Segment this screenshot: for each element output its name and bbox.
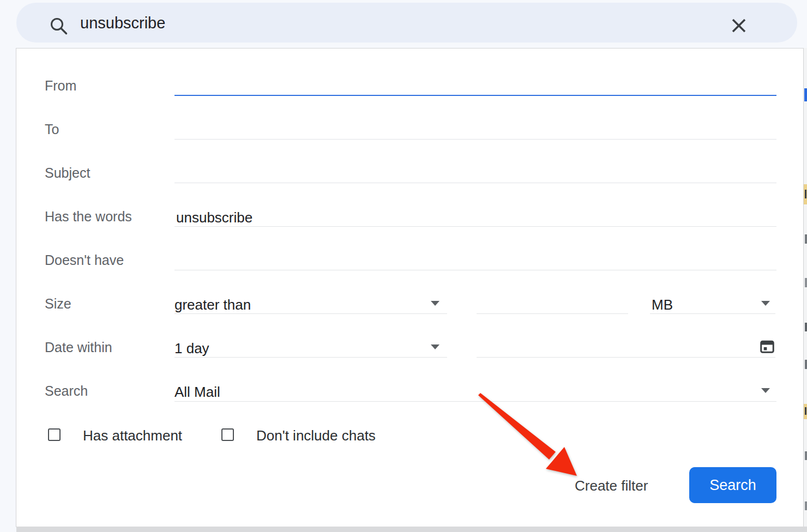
size-unit-value: MB — [652, 297, 673, 313]
calendar-icon[interactable] — [759, 338, 775, 356]
date-underline — [477, 357, 775, 358]
date-range-underline — [174, 357, 447, 358]
chevron-down-icon — [431, 301, 439, 306]
size-comparator-select[interactable]: greater than — [174, 292, 447, 315]
date-range-value: 1 day — [174, 340, 209, 357]
gmail-search-filter-page: From To Subject Has the words unsubscrib… — [0, 0, 807, 532]
date-within-label: Date within — [45, 340, 112, 355]
from-label: From — [45, 78, 76, 94]
search-scope-value: All Mail — [174, 384, 220, 401]
from-input[interactable] — [174, 76, 776, 96]
doesnt-have-input[interactable] — [174, 251, 776, 270]
to-label: To — [45, 122, 59, 137]
subject-label: Subject — [45, 165, 90, 181]
dont-include-chats-checkbox[interactable] — [221, 428, 234, 441]
search-scope-underline — [174, 401, 776, 402]
background-email-list-sliver — [804, 48, 807, 527]
create-filter-button[interactable]: Create filter — [567, 474, 655, 498]
doesnt-have-underline — [174, 270, 776, 270]
page-bottom-strip — [16, 527, 807, 532]
subject-input[interactable] — [174, 164, 776, 183]
search-scope-label: Search — [45, 383, 88, 399]
has-words-input[interactable]: unsubscribe — [176, 209, 252, 226]
has-attachment-label: Has attachment — [83, 427, 182, 444]
search-input[interactable] — [80, 12, 625, 34]
size-label: Size — [45, 296, 71, 312]
close-icon[interactable] — [730, 17, 748, 37]
search-bar — [16, 3, 797, 43]
search-scope-select[interactable]: All Mail — [174, 379, 776, 402]
chevron-down-icon — [761, 301, 770, 306]
size-unit-underline — [650, 313, 775, 314]
size-comparator-value: greater than — [174, 297, 251, 313]
search-icon — [49, 16, 69, 38]
search-button[interactable]: Search — [689, 467, 776, 503]
doesnt-have-label: Doesn't have — [45, 252, 124, 268]
date-range-select[interactable]: 1 day — [174, 335, 447, 358]
size-unit-select[interactable]: MB — [650, 292, 775, 315]
has-attachment-checkbox[interactable] — [48, 428, 61, 441]
subject-underline — [174, 183, 776, 183]
has-words-label: Has the words — [45, 209, 132, 225]
to-input[interactable] — [174, 120, 776, 140]
dont-include-chats-label: Don't include chats — [256, 427, 376, 444]
date-input[interactable] — [477, 338, 775, 358]
size-comparator-underline — [174, 313, 447, 314]
to-underline — [174, 139, 776, 140]
chevron-down-icon — [431, 344, 439, 349]
has-words-underline — [174, 226, 776, 227]
chevron-down-icon — [761, 388, 770, 393]
size-value-input[interactable] — [477, 294, 628, 314]
size-value-underline — [477, 313, 628, 314]
from-underline-focused — [174, 95, 776, 96]
